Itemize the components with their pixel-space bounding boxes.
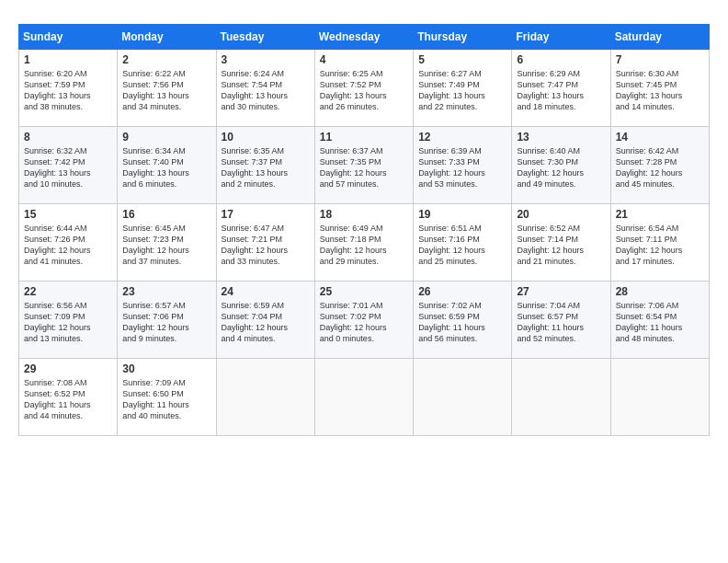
day-number: 21	[616, 208, 704, 221]
cell-week3-day2: 16Sunrise: 6:45 AM Sunset: 7:23 PM Dayli…	[118, 204, 216, 282]
day-info: Sunrise: 6:44 AM Sunset: 7:26 PM Dayligh…	[24, 223, 112, 268]
day-number: 18	[320, 208, 408, 221]
day-number: 8	[24, 131, 112, 144]
day-number: 27	[517, 285, 605, 298]
cell-week2-day6: 13Sunrise: 6:40 AM Sunset: 7:30 PM Dayli…	[512, 127, 610, 204]
day-number: 2	[122, 53, 210, 66]
day-number: 26	[418, 285, 506, 298]
cell-week5-day3	[216, 359, 314, 436]
day-number: 20	[517, 208, 605, 221]
day-number: 11	[320, 131, 408, 144]
day-info: Sunrise: 6:52 AM Sunset: 7:14 PM Dayligh…	[517, 223, 605, 268]
col-header-monday: Monday	[118, 25, 216, 50]
cell-week4-day5: 26Sunrise: 7:02 AM Sunset: 6:59 PM Dayli…	[414, 282, 512, 359]
day-info: Sunrise: 6:57 AM Sunset: 7:06 PM Dayligh…	[122, 300, 210, 345]
day-info: Sunrise: 6:30 AM Sunset: 7:45 PM Dayligh…	[616, 68, 704, 113]
day-number: 30	[122, 362, 210, 375]
day-number: 29	[24, 362, 112, 375]
day-info: Sunrise: 6:54 AM Sunset: 7:11 PM Dayligh…	[616, 223, 704, 268]
cell-week5-day5	[414, 359, 512, 436]
cell-week2-day3: 10Sunrise: 6:35 AM Sunset: 7:37 PM Dayli…	[216, 127, 314, 204]
day-info: Sunrise: 6:47 AM Sunset: 7:21 PM Dayligh…	[222, 223, 310, 268]
cell-week2-day4: 11Sunrise: 6:37 AM Sunset: 7:35 PM Dayli…	[314, 127, 413, 204]
cell-week1-day5: 5Sunrise: 6:27 AM Sunset: 7:49 PM Daylig…	[414, 50, 512, 127]
week-row-1: 1Sunrise: 6:20 AM Sunset: 7:59 PM Daylig…	[19, 50, 710, 127]
cell-week4-day2: 23Sunrise: 6:57 AM Sunset: 7:06 PM Dayli…	[118, 282, 216, 359]
cell-week2-day2: 9Sunrise: 6:34 AM Sunset: 7:40 PM Daylig…	[118, 127, 216, 204]
day-info: Sunrise: 6:59 AM Sunset: 7:04 PM Dayligh…	[222, 300, 310, 345]
cell-week4-day3: 24Sunrise: 6:59 AM Sunset: 7:04 PM Dayli…	[216, 282, 314, 359]
day-number: 25	[320, 285, 408, 298]
cell-week3-day3: 17Sunrise: 6:47 AM Sunset: 7:21 PM Dayli…	[216, 204, 314, 282]
cell-week2-day1: 8Sunrise: 6:32 AM Sunset: 7:42 PM Daylig…	[19, 127, 118, 204]
day-info: Sunrise: 6:25 AM Sunset: 7:52 PM Dayligh…	[320, 68, 408, 113]
col-header-thursday: Thursday	[414, 25, 512, 50]
calendar-table: SundayMondayTuesdayWednesdayThursdayFrid…	[18, 24, 710, 436]
week-row-2: 8Sunrise: 6:32 AM Sunset: 7:42 PM Daylig…	[19, 127, 710, 204]
day-info: Sunrise: 6:56 AM Sunset: 7:09 PM Dayligh…	[24, 300, 112, 345]
day-number: 6	[517, 53, 605, 66]
day-number: 16	[122, 208, 210, 221]
cell-week2-day7: 14Sunrise: 6:42 AM Sunset: 7:28 PM Dayli…	[610, 127, 709, 204]
day-number: 23	[122, 285, 210, 298]
col-header-tuesday: Tuesday	[216, 25, 314, 50]
day-number: 10	[222, 131, 310, 144]
day-info: Sunrise: 6:27 AM Sunset: 7:49 PM Dayligh…	[418, 68, 506, 113]
day-number: 22	[24, 285, 112, 298]
day-info: Sunrise: 7:02 AM Sunset: 6:59 PM Dayligh…	[418, 300, 506, 345]
day-number: 28	[616, 285, 704, 298]
cell-week4-day6: 27Sunrise: 7:04 AM Sunset: 6:57 PM Dayli…	[512, 282, 610, 359]
day-info: Sunrise: 6:45 AM Sunset: 7:23 PM Dayligh…	[122, 223, 210, 268]
calendar-page: SundayMondayTuesdayWednesdayThursdayFrid…	[0, 0, 728, 563]
day-number: 12	[418, 131, 506, 144]
cell-week1-day2: 2Sunrise: 6:22 AM Sunset: 7:56 PM Daylig…	[118, 50, 216, 127]
day-number: 3	[222, 53, 310, 66]
cell-week1-day3: 3Sunrise: 6:24 AM Sunset: 7:54 PM Daylig…	[216, 50, 314, 127]
cell-week3-day5: 19Sunrise: 6:51 AM Sunset: 7:16 PM Dayli…	[414, 204, 512, 282]
cell-week5-day7	[610, 359, 709, 436]
day-info: Sunrise: 6:35 AM Sunset: 7:37 PM Dayligh…	[222, 145, 310, 190]
day-number: 15	[24, 208, 112, 221]
day-info: Sunrise: 6:34 AM Sunset: 7:40 PM Dayligh…	[122, 145, 210, 190]
day-info: Sunrise: 6:40 AM Sunset: 7:30 PM Dayligh…	[517, 145, 605, 190]
day-info: Sunrise: 6:49 AM Sunset: 7:18 PM Dayligh…	[320, 223, 408, 268]
cell-week1-day6: 6Sunrise: 6:29 AM Sunset: 7:47 PM Daylig…	[512, 50, 610, 127]
week-row-3: 15Sunrise: 6:44 AM Sunset: 7:26 PM Dayli…	[19, 204, 710, 282]
day-number: 1	[24, 53, 112, 66]
day-info: Sunrise: 6:24 AM Sunset: 7:54 PM Dayligh…	[222, 68, 310, 113]
day-info: Sunrise: 7:06 AM Sunset: 6:54 PM Dayligh…	[616, 300, 704, 345]
day-info: Sunrise: 7:08 AM Sunset: 6:52 PM Dayligh…	[24, 377, 112, 422]
day-number: 17	[222, 208, 310, 221]
cell-week2-day5: 12Sunrise: 6:39 AM Sunset: 7:33 PM Dayli…	[414, 127, 512, 204]
day-info: Sunrise: 6:39 AM Sunset: 7:33 PM Dayligh…	[418, 145, 506, 190]
cell-week1-day1: 1Sunrise: 6:20 AM Sunset: 7:59 PM Daylig…	[19, 50, 118, 127]
cell-week1-day4: 4Sunrise: 6:25 AM Sunset: 7:52 PM Daylig…	[314, 50, 413, 127]
day-info: Sunrise: 7:04 AM Sunset: 6:57 PM Dayligh…	[517, 300, 605, 345]
col-header-friday: Friday	[512, 25, 610, 50]
day-number: 9	[122, 131, 210, 144]
day-info: Sunrise: 6:32 AM Sunset: 7:42 PM Dayligh…	[24, 145, 112, 190]
day-info: Sunrise: 6:51 AM Sunset: 7:16 PM Dayligh…	[418, 223, 506, 268]
day-number: 7	[616, 53, 704, 66]
header-row: SundayMondayTuesdayWednesdayThursdayFrid…	[19, 25, 710, 50]
day-number: 4	[320, 53, 408, 66]
day-info: Sunrise: 6:42 AM Sunset: 7:28 PM Dayligh…	[616, 145, 704, 190]
week-row-4: 22Sunrise: 6:56 AM Sunset: 7:09 PM Dayli…	[19, 282, 710, 359]
day-info: Sunrise: 7:09 AM Sunset: 6:50 PM Dayligh…	[122, 377, 210, 422]
day-number: 5	[418, 53, 506, 66]
day-number: 19	[418, 208, 506, 221]
day-info: Sunrise: 6:22 AM Sunset: 7:56 PM Dayligh…	[122, 68, 210, 113]
day-number: 14	[616, 131, 704, 144]
day-info: Sunrise: 7:01 AM Sunset: 7:02 PM Dayligh…	[320, 300, 408, 345]
day-number: 24	[222, 285, 310, 298]
header	[18, 15, 710, 17]
cell-week3-day4: 18Sunrise: 6:49 AM Sunset: 7:18 PM Dayli…	[314, 204, 413, 282]
cell-week5-day1: 29Sunrise: 7:08 AM Sunset: 6:52 PM Dayli…	[19, 359, 118, 436]
col-header-sunday: Sunday	[19, 25, 118, 50]
cell-week4-day4: 25Sunrise: 7:01 AM Sunset: 7:02 PM Dayli…	[314, 282, 413, 359]
day-info: Sunrise: 6:37 AM Sunset: 7:35 PM Dayligh…	[320, 145, 408, 190]
cell-week4-day1: 22Sunrise: 6:56 AM Sunset: 7:09 PM Dayli…	[19, 282, 118, 359]
cell-week5-day6	[512, 359, 610, 436]
week-row-5: 29Sunrise: 7:08 AM Sunset: 6:52 PM Dayli…	[19, 359, 710, 436]
day-info: Sunrise: 6:20 AM Sunset: 7:59 PM Dayligh…	[24, 68, 112, 113]
